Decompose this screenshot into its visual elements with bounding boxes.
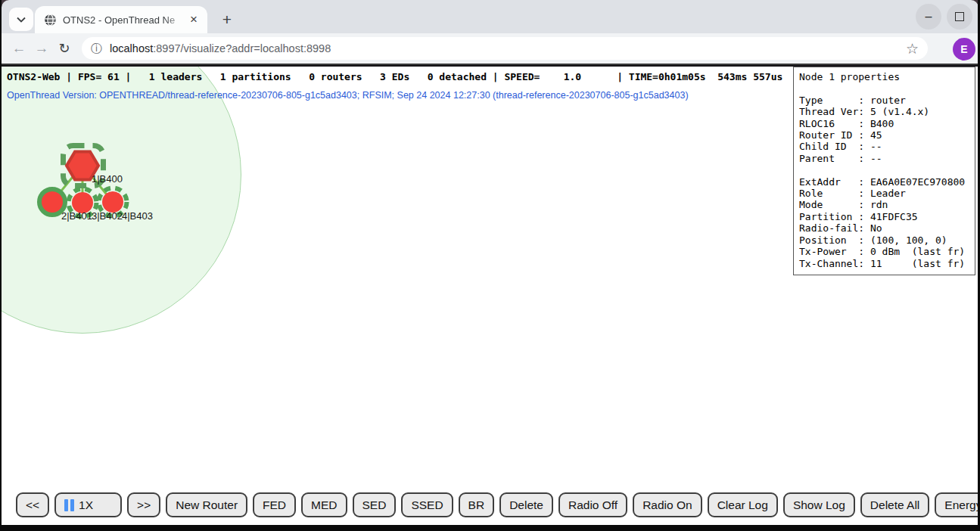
node-1-label: 1|B400: [92, 173, 123, 185]
toolbar-button[interactable]: MED: [301, 492, 347, 517]
pause-icon: [64, 499, 68, 511]
node-properties-text: Node 1 properties Type : router Thread V…: [799, 71, 969, 269]
toolbar-button[interactable]: SED: [353, 492, 397, 517]
node-4-label: 4|B403: [122, 210, 153, 222]
toolbar-button[interactable]: Energy-stats ↗: [935, 492, 978, 517]
forward-icon[interactable]: →: [30, 40, 53, 57]
speed-pause-button[interactable]: 1X: [54, 492, 122, 517]
url-path: :8997/visualize?addr=localhost:8998: [153, 42, 331, 54]
window-maximize-button[interactable]: [947, 4, 972, 30]
site-info-icon[interactable]: ⓘ: [91, 42, 102, 56]
tab-title: OTNS2 - OpenThread Ne: [63, 14, 186, 26]
toolbar-button[interactable]: Radio On: [633, 492, 702, 517]
speed-label: 1X: [79, 498, 93, 512]
browser-window: OTNS2 - OpenThread Ne × + – ← → ↻ ⓘ loca…: [0, 0, 980, 531]
node-properties-panel: Node 1 properties Type : router Thread V…: [793, 67, 975, 275]
tab-otns2[interactable]: OTNS2 - OpenThread Ne ×: [35, 6, 207, 33]
back-icon[interactable]: ←: [8, 40, 30, 57]
tab-strip: OTNS2 - OpenThread Ne × + –: [2, 0, 978, 33]
chevron-down-icon: [17, 17, 26, 23]
url-text[interactable]: localhost:8997/visualize?addr=localhost:…: [110, 42, 900, 54]
node-3-label: 3|B402: [92, 210, 123, 222]
url-host: localhost: [110, 42, 153, 54]
toolbar-button[interactable]: Delete: [499, 492, 553, 517]
toolbar-button[interactable]: Clear Log: [708, 492, 778, 517]
toolbar-button[interactable]: FED: [253, 492, 296, 517]
window-border-bottom: [0, 525, 980, 531]
toolbar-button[interactable]: Show Log: [783, 492, 855, 517]
pause-icon: [70, 499, 74, 511]
bookmark-star-icon[interactable]: ☆: [906, 40, 919, 57]
new-tab-button[interactable]: +: [216, 9, 238, 30]
simulation-toolbar: << 1X >> New Router FED MED SED SSED BR …: [16, 492, 978, 517]
toolbar-button[interactable]: Delete All: [860, 492, 929, 517]
minimize-icon: –: [926, 13, 932, 20]
maximize-icon: [955, 12, 964, 21]
toolbar-button[interactable]: BR: [459, 492, 495, 517]
toolbar-button[interactable]: SSED: [401, 492, 453, 517]
window-minimize-button[interactable]: –: [916, 4, 941, 30]
globe-favicon-icon: [44, 14, 57, 26]
openthread-version-link[interactable]: OpenThread Version: OPENTHREAD/thread-re…: [7, 90, 689, 101]
fast-forward-button[interactable]: >>: [127, 492, 160, 517]
profile-avatar[interactable]: E: [953, 38, 975, 61]
toolbar-button[interactable]: Radio Off: [558, 492, 627, 517]
reload-icon[interactable]: ↻: [53, 40, 76, 57]
tab-search-chevron-button[interactable]: [9, 8, 33, 31]
tab-close-icon[interactable]: ×: [186, 12, 201, 27]
node-2-label: 2|B401: [61, 210, 92, 222]
rewind-button[interactable]: <<: [16, 492, 49, 517]
toolbar-button[interactable]: New Router: [166, 492, 247, 517]
browser-toolbar: ← → ↻ ⓘ localhost:8997/visualize?addr=lo…: [2, 33, 978, 65]
address-bar[interactable]: ⓘ localhost:8997/visualize?addr=localhos…: [82, 37, 928, 60]
otns-canvas: 1|B400 2|B401 3|B402 4|B403 OTNS2-Web | …: [2, 67, 978, 525]
simulation-status-bar: OTNS2-Web | FPS= 61 | 1 leaders 1 partit…: [7, 71, 782, 82]
